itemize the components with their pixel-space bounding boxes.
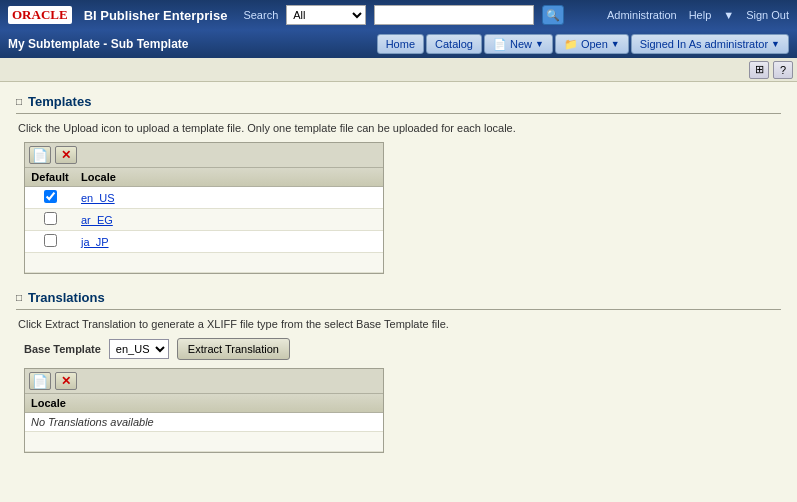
locale-cell: ja_JP bbox=[75, 231, 383, 253]
translations-section: □ Translations Click Extract Translation… bbox=[16, 290, 781, 453]
translations-section-header: □ Translations bbox=[16, 290, 781, 305]
home-button[interactable]: Home bbox=[377, 34, 424, 54]
open-label: Open bbox=[581, 38, 608, 50]
translations-table: Locale No Translations available bbox=[25, 394, 383, 452]
table-row: en_US bbox=[25, 187, 383, 209]
translations-delete-button[interactable]: ✕ bbox=[55, 372, 77, 390]
translations-toggle[interactable]: □ bbox=[16, 292, 22, 303]
translations-table-body: No Translations available bbox=[25, 413, 383, 452]
no-translations-row: No Translations available bbox=[25, 413, 383, 432]
extract-translation-button[interactable]: Extract Translation bbox=[177, 338, 290, 360]
upload-icon: 📄 bbox=[32, 148, 48, 163]
locale-link[interactable]: en_US bbox=[81, 192, 115, 204]
locale-cell: en_US bbox=[75, 187, 383, 209]
templates-delete-button[interactable]: ✕ bbox=[55, 146, 77, 164]
base-template-select[interactable]: en_USar_EGja_JPAll bbox=[109, 339, 169, 359]
default-checkbox[interactable] bbox=[44, 234, 57, 247]
templates-table-header: Default Locale bbox=[25, 168, 383, 187]
translations-table-header: Locale bbox=[25, 394, 383, 413]
help-icon: ? bbox=[780, 64, 786, 76]
col-locale: Locale bbox=[75, 168, 383, 187]
trans-upload-icon: 📄 bbox=[32, 374, 48, 389]
default-checkbox-cell bbox=[25, 209, 75, 231]
templates-table-body: en_USar_EGja_JP bbox=[25, 187, 383, 273]
grid-view-button[interactable]: ⊞ bbox=[749, 61, 769, 79]
templates-table: Default Locale en_USar_EGja_JP bbox=[25, 168, 383, 273]
translations-divider bbox=[16, 309, 781, 310]
templates-table-container: 📄 ✕ Default Locale en_USar_EGja_JP bbox=[24, 142, 384, 274]
translations-section-title: Translations bbox=[28, 290, 105, 305]
no-translations-message: No Translations available bbox=[31, 416, 154, 428]
signed-in-button[interactable]: Signed In As administrator ▼ bbox=[631, 34, 789, 54]
folder-new-icon: 📄 bbox=[493, 38, 507, 51]
help-arrow-icon: ▼ bbox=[723, 9, 734, 21]
search-label: Search bbox=[243, 9, 278, 21]
default-checkbox[interactable] bbox=[44, 190, 57, 203]
administration-link[interactable]: Administration bbox=[607, 9, 677, 21]
folder-open-icon: 📁 bbox=[564, 38, 578, 51]
help-page-button[interactable]: ? bbox=[773, 61, 793, 79]
oracle-logo: ORACLE bbox=[8, 6, 72, 24]
templates-spacer-row bbox=[25, 253, 383, 273]
new-label: New bbox=[510, 38, 532, 50]
locale-cell: ar_EG bbox=[75, 209, 383, 231]
templates-toggle[interactable]: □ bbox=[16, 96, 22, 107]
search-scope-select[interactable]: All bbox=[286, 5, 366, 25]
col-default: Default bbox=[25, 168, 75, 187]
app-title: BI Publisher Enterprise bbox=[84, 8, 228, 23]
catalog-button[interactable]: Catalog bbox=[426, 34, 482, 54]
search-icon: 🔍 bbox=[546, 9, 560, 22]
translations-toolbar: 📄 ✕ bbox=[25, 369, 383, 394]
translations-upload-button[interactable]: 📄 bbox=[29, 372, 51, 390]
default-checkbox-cell bbox=[25, 187, 75, 209]
translations-table-container: 📄 ✕ Locale No Translations available bbox=[24, 368, 384, 453]
new-arrow-icon: ▼ bbox=[535, 39, 544, 49]
help-link[interactable]: Help bbox=[689, 9, 712, 21]
templates-divider bbox=[16, 113, 781, 114]
templates-hint: Click the Upload icon to upload a templa… bbox=[18, 122, 781, 134]
templates-upload-button[interactable]: 📄 bbox=[29, 146, 51, 164]
grid-icon: ⊞ bbox=[755, 63, 764, 76]
page-title: My Subtemplate - Sub Template bbox=[8, 37, 377, 51]
signout-link[interactable]: Sign Out bbox=[746, 9, 789, 21]
search-button[interactable]: 🔍 bbox=[542, 5, 564, 25]
translations-hint: Click Extract Translation to generate a … bbox=[18, 318, 781, 330]
main-content: □ Templates Click the Upload icon to upl… bbox=[0, 82, 797, 502]
locale-link[interactable]: ar_EG bbox=[81, 214, 113, 226]
user-arrow-icon: ▼ bbox=[771, 39, 780, 49]
templates-toolbar: 📄 ✕ bbox=[25, 143, 383, 168]
default-checkbox-cell bbox=[25, 231, 75, 253]
new-button[interactable]: 📄 New ▼ bbox=[484, 34, 553, 54]
templates-section-header: □ Templates bbox=[16, 94, 781, 109]
nav-buttons: Home Catalog 📄 New ▼ 📁 Open ▼ Signed In … bbox=[377, 34, 789, 54]
locale-link[interactable]: ja_JP bbox=[81, 236, 109, 248]
open-arrow-icon: ▼ bbox=[611, 39, 620, 49]
table-row: ja_JP bbox=[25, 231, 383, 253]
trans-delete-icon: ✕ bbox=[61, 374, 71, 388]
page-toolbar: ⊞ ? bbox=[0, 58, 797, 82]
base-template-label: Base Template bbox=[24, 343, 101, 355]
default-checkbox[interactable] bbox=[44, 212, 57, 225]
open-button[interactable]: 📁 Open ▼ bbox=[555, 34, 629, 54]
search-input[interactable] bbox=[374, 5, 534, 25]
top-links: Administration Help ▼ Sign Out bbox=[607, 9, 789, 21]
trans-col-locale: Locale bbox=[25, 394, 383, 413]
signed-in-label: Signed In As bbox=[640, 38, 702, 50]
second-navigation-bar: My Subtemplate - Sub Template Home Catal… bbox=[0, 30, 797, 58]
delete-icon: ✕ bbox=[61, 148, 71, 162]
table-row: ar_EG bbox=[25, 209, 383, 231]
translations-spacer-row bbox=[25, 432, 383, 452]
signed-in-user: administrator bbox=[705, 38, 769, 50]
top-navigation-bar: ORACLE BI Publisher Enterprise Search Al… bbox=[0, 0, 797, 30]
templates-section-title: Templates bbox=[28, 94, 91, 109]
base-template-row: Base Template en_USar_EGja_JPAll Extract… bbox=[24, 338, 781, 360]
